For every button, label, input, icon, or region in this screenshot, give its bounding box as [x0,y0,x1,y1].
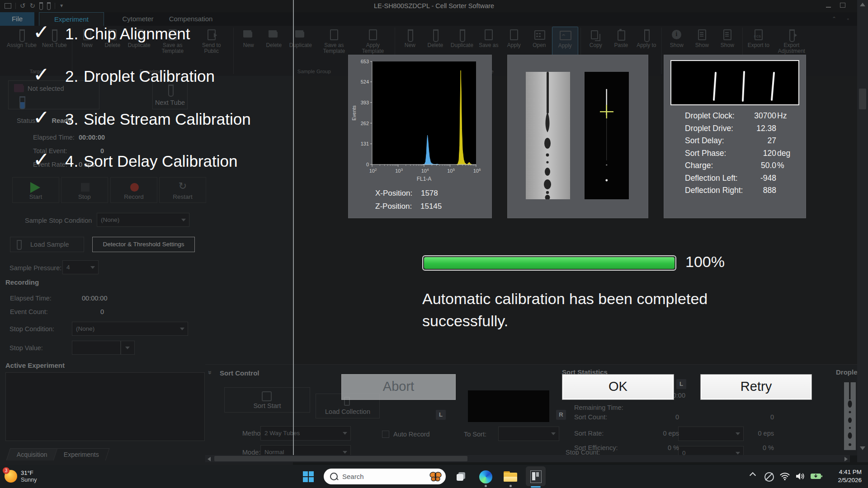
metric-value: 50.0 [732,161,776,170]
wifi-button[interactable] [779,472,790,483]
svg-text:Events: Events [351,105,357,121]
svg-text:131: 131 [361,141,369,146]
clock-time: 4:41 PM [838,468,862,476]
metric-deflection-left: Deflection Left:-948 [664,174,806,184]
weather-condition: Sunny [21,477,37,483]
metric-value: -948 [732,174,776,183]
notification-badge: 3 [3,467,9,474]
taskbar-clock[interactable]: 4:41 PM 2/5/2026 [838,468,862,484]
search-highlight-butterfly-image [429,471,442,483]
folder-icon [504,471,517,482]
z-position-label: Z-Position: 15145 [375,202,442,211]
tray-expand-button[interactable] [750,472,755,476]
battery-button[interactable] [810,473,823,482]
start-button[interactable] [300,469,316,485]
metric-charge: Charge:50.0% [664,161,806,172]
slashed-circle-icon [764,472,774,482]
battery-charging-icon [810,473,823,480]
z-position-value: 15145 [420,202,442,211]
svg-text:393: 393 [361,100,369,105]
windows-logo-icon [303,471,314,482]
metric-droplet-drive: Droplet Drive:12.38 [664,124,806,135]
ok-button[interactable]: OK [562,374,674,400]
checkmark-icon: ✓ [33,106,50,129]
weather-temp: 31°F [21,467,37,477]
abort-button[interactable]: Abort [341,374,456,400]
svg-text:524: 524 [361,79,369,84]
edge-icon [479,470,492,483]
sun-icon: 3 [5,470,17,483]
progress-fill [424,257,675,269]
running-indicator [509,485,512,487]
droplet-calibration-panel [508,55,648,218]
metric-sort-delay: Sort Delay:27 [664,136,806,147]
metric-value: 12.38 [732,124,776,133]
sort-delay-camera-image [670,60,799,105]
search-icon [330,473,338,480]
metric-value: 30700 [732,111,776,121]
wifi-icon [779,472,790,481]
sort-delay-panel: Droplet Clock:30700HzDroplet Drive:12.38… [664,55,806,218]
taskbar: 3 31°F Sunny Search [0,465,868,488]
metric-value: 27 [732,136,776,145]
svg-text:105: 105 [447,168,455,174]
svg-text:0: 0 [366,162,369,167]
weather-widget[interactable]: 3 31°F Sunny [5,467,37,483]
running-indicator [485,485,487,487]
app-window-icon [530,470,542,483]
screen: ↺ ↻ ▼ LE-SH800SZDCPL - Cell Sorter Softw… [0,0,868,488]
search-placeholder: Search [342,473,429,480]
volume-button[interactable] [795,472,806,483]
edge-browser-button[interactable] [477,469,494,485]
chip-alignment-panel: 0131262393524653102103104105106EventsFL1… [349,55,491,218]
chevron-up-icon [750,472,755,476]
file-explorer-button[interactable] [502,469,519,485]
retry-button[interactable]: Retry [700,374,812,400]
droplet-stream-image [526,72,570,199]
metric-deflection-right: Deflection Right:888 [664,186,806,197]
location-off-button[interactable] [764,472,774,482]
cell-sorter-app-button[interactable] [526,466,546,486]
metric-value: 888 [732,186,776,195]
task-view-button[interactable] [453,469,469,485]
calibration-message: Automatic calibration has been completed… [422,288,757,332]
auto-calibration-dialog: ✓1.Chip Alignment✓2.Droplet Calibration✓… [0,0,868,465]
progress-percent: 100% [685,253,725,271]
search-box[interactable]: Search [324,469,446,484]
svg-text:653: 653 [361,59,369,64]
metric-droplet-clock: Droplet Clock:30700Hz [664,111,806,122]
metric-value: 120 [732,149,776,158]
clock-date: 2/5/2026 [838,476,862,484]
svg-text:FL1-A: FL1-A [417,176,432,182]
active-app-indicator [531,486,541,488]
checkmark-icon: ✓ [33,63,50,86]
x-position-value: 1578 [421,189,438,197]
svg-text:106: 106 [473,168,481,174]
svg-text:102: 102 [369,168,377,174]
checkmark-icon: ✓ [33,20,50,43]
volume-icon [795,472,806,481]
x-position-label: X-Position: 1578 [375,189,438,198]
svg-text:262: 262 [361,121,369,126]
checkmark-icon: ✓ [33,148,50,171]
calibration-progress-bar [422,255,676,271]
calibration-histogram: 0131262393524653102103104105106EventsFL1… [349,55,491,186]
side-stream-image [585,72,629,199]
metric-sort-phase: Sort Phase:120deg [664,149,806,160]
svg-text:103: 103 [395,168,403,174]
svg-text:104: 104 [421,168,429,174]
